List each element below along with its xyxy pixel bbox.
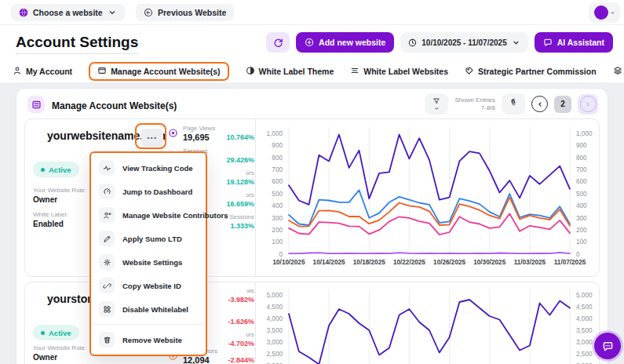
page-header: Account Settings Add new website 10/10/2… <box>0 25 624 60</box>
tab-label: Manage Account Website(s) <box>111 67 220 76</box>
stat-percentage: -4.702% <box>228 340 254 348</box>
shown-entries: Shown Entries 7-8/8 <box>454 96 495 112</box>
arrow-left-icon <box>536 100 544 108</box>
chart-area: 1,0001,000900900800800700700600600500500… <box>255 119 600 276</box>
svg-text:1,000: 1,000 <box>576 130 593 137</box>
svg-text:3,500: 3,500 <box>576 327 593 334</box>
ai-assistant-button[interactable]: AI Assistant <box>535 32 613 53</box>
svg-text:300: 300 <box>272 215 283 222</box>
arrow-right-icon <box>584 100 592 108</box>
contrast-icon <box>246 66 255 77</box>
chart-area: 5,0005,0004,5004,5004,0004,0003,5003,500… <box>255 282 600 364</box>
avatar <box>594 5 608 20</box>
tab-label: White Label Websites <box>363 67 448 76</box>
svg-text:600: 600 <box>576 178 587 185</box>
user-plus-icon <box>99 207 115 223</box>
menu-item-manage-website-contributors[interactable]: Manage Website Contributors <box>91 203 206 227</box>
stat-label-fragment: ors <box>246 331 254 338</box>
website-field: Your Website Role:Owner <box>33 187 86 204</box>
stack-icon <box>350 66 359 77</box>
tab-manage-account-website-s[interactable]: Manage Account Website(s) <box>89 62 228 81</box>
menu-item-copy-website-id[interactable]: Copy Website ID <box>91 274 206 297</box>
svg-text:2,500: 2,500 <box>576 351 593 358</box>
stat-percentage: 1.333% <box>230 222 254 230</box>
current-page[interactable]: 2 <box>554 96 571 113</box>
svg-text:3,000: 3,000 <box>267 339 283 346</box>
date-range-value: 10/10/2025 - 11/07/2025 <box>421 38 506 47</box>
svg-text:500: 500 <box>272 191 283 198</box>
tab-white-label-theme[interactable]: White Label Theme <box>246 64 334 79</box>
dashboard-icon <box>99 184 115 199</box>
prev-page-button[interactable] <box>531 96 548 112</box>
line-chart: 5,0005,0004,5004,5004,0004,0003,5003,500… <box>256 282 600 364</box>
chevron-down-icon <box>512 38 520 47</box>
next-page-wrap <box>578 94 598 115</box>
menu-item-view-tracking-code[interactable]: View Tracking Code <box>91 156 206 180</box>
tag-icon <box>465 66 474 77</box>
previous-website-button[interactable]: Previous Website <box>136 4 234 21</box>
svg-text:10/22/2025: 10/22/2025 <box>393 259 425 266</box>
stat-label-fragment: ors <box>246 169 254 177</box>
tab-my-account[interactable]: My Account <box>13 64 72 79</box>
user-menu[interactable] <box>589 2 620 23</box>
next-page-button[interactable] <box>580 96 597 112</box>
svg-text:700: 700 <box>576 166 587 173</box>
svg-text:800: 800 <box>272 155 283 162</box>
svg-text:3,000: 3,000 <box>576 339 593 346</box>
svg-text:11/07/2025: 11/07/2025 <box>554 259 586 266</box>
svg-text:100: 100 <box>272 238 283 246</box>
gear-icon <box>99 254 115 270</box>
tabs: My AccountManage Account Website(s)White… <box>0 60 624 82</box>
choose-website-dropdown[interactable]: Choose a website <box>11 4 125 21</box>
menu-item-website-settings[interactable]: Website Settings <box>91 250 206 274</box>
svg-text:500: 500 <box>576 191 587 198</box>
stat-label-fragment: ws <box>246 287 254 294</box>
menu-item-disable-whitelabel[interactable]: Disable Whitelabel <box>91 297 206 321</box>
svg-text:10/30/2025: 10/30/2025 <box>473 259 505 266</box>
menu-item-remove-website[interactable]: Remove Website <box>91 328 206 351</box>
previous-website-label: Previous Website <box>158 8 226 17</box>
menu-separator <box>91 324 206 325</box>
field-value: Owner <box>33 353 86 362</box>
tab-white-label-websites[interactable]: White Label Websites <box>350 64 448 79</box>
panel-controls: Shown Entries 7-8/8 6 2 <box>425 93 598 115</box>
tab-invoices[interactable]: Invoices <box>613 64 624 79</box>
svg-text:4,500: 4,500 <box>267 304 283 311</box>
website-actions-button[interactable]: ••• <box>141 129 163 147</box>
add-new-website-button[interactable]: Add new website <box>296 32 394 53</box>
menu-item-label: Disable Whitelabel <box>122 305 188 314</box>
tab-strategic-partner-commission[interactable]: Strategic Partner Commission <box>465 64 597 79</box>
stat-percentage: 19.128% <box>226 178 254 186</box>
stat-percentage: 16.659% <box>226 200 254 208</box>
website-field: White Label:Enabled <box>33 211 68 228</box>
chevron-down-icon <box>511 102 516 107</box>
field-value: Enabled <box>33 220 68 228</box>
page-size-select[interactable]: 6 <box>502 93 525 115</box>
trash-icon <box>99 332 115 348</box>
refresh-button[interactable] <box>266 32 290 53</box>
pulse-icon <box>99 160 115 176</box>
plus-circle-icon <box>305 38 314 47</box>
add-new-website-label: Add new website <box>319 38 385 47</box>
topbar: Choose a website Previous Website <box>0 0 624 25</box>
menu-item-label: Manage Website Contributors <box>122 211 228 220</box>
menu-item-label: Apply Sumo LTD <box>122 235 182 243</box>
filter-button[interactable] <box>425 93 448 115</box>
date-range-picker[interactable]: 10/10/2025 - 11/07/2025 <box>400 32 527 53</box>
status-dot-icon <box>41 168 45 172</box>
clock-icon <box>408 38 417 47</box>
chat-fab-button[interactable] <box>594 333 621 359</box>
field-value: Owner <box>33 195 86 204</box>
status-badge: Active <box>33 162 79 177</box>
svg-text:11/03/2025: 11/03/2025 <box>514 259 546 266</box>
menu-item-label: View Tracking Code <box>122 164 193 173</box>
menu-item-label: Copy Website ID <box>122 282 181 290</box>
menu-item-jump-to-dashboard[interactable]: Jump to Dashboard <box>91 180 206 203</box>
layers-icon <box>613 66 622 77</box>
menu-item-apply-sumo-ltd[interactable]: Apply Sumo LTD <box>91 227 206 250</box>
svg-text:5,000: 5,000 <box>267 292 283 299</box>
svg-text:400: 400 <box>576 202 587 209</box>
chat-icon <box>543 38 553 47</box>
svg-text:900: 900 <box>272 142 283 149</box>
svg-text:4,500: 4,500 <box>576 304 593 311</box>
